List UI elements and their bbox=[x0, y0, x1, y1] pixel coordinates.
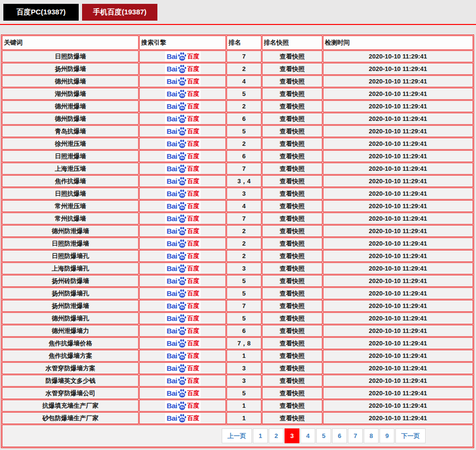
view-snapshot-link[interactable]: 查看快照 bbox=[280, 115, 305, 122]
keyword-cell: 德州抗爆墙 bbox=[2, 75, 139, 87]
view-snapshot-link[interactable]: 查看快照 bbox=[280, 377, 305, 384]
view-snapshot-link[interactable]: 查看快照 bbox=[280, 302, 305, 309]
view-snapshot-link[interactable]: 查看快照 bbox=[280, 252, 305, 260]
view-snapshot-link[interactable]: 查看快照 bbox=[280, 128, 305, 135]
baidu-paw-icon: du bbox=[178, 139, 187, 148]
rank-cell: 2 bbox=[226, 225, 262, 237]
view-snapshot-link[interactable]: 查看快照 bbox=[280, 340, 305, 347]
baidu-logo: Bai du 百度 bbox=[165, 338, 201, 348]
snapshot-cell: 查看快照 bbox=[262, 88, 322, 100]
col-header-engine: 搜索引擎 bbox=[139, 36, 226, 50]
baidu-logo-du-text: du bbox=[180, 131, 184, 134]
view-snapshot-link[interactable]: 查看快照 bbox=[280, 90, 305, 97]
baidu-logo-bai-text: Bai bbox=[167, 178, 177, 185]
table-row: 青岛抗爆墙 Bai du 百度 5 查看快照 bbox=[2, 125, 473, 137]
snapshot-cell: 查看快照 bbox=[262, 188, 322, 200]
baidu-logo-du-text: du bbox=[180, 281, 184, 284]
baidu-logo-cn-text: 百度 bbox=[187, 66, 199, 72]
prev-page-button[interactable]: 上一页 bbox=[222, 428, 252, 443]
page-button-9[interactable]: 9 bbox=[380, 428, 394, 443]
snapshot-cell: 查看快照 bbox=[262, 300, 322, 312]
view-snapshot-link[interactable]: 查看快照 bbox=[280, 265, 305, 272]
view-snapshot-link[interactable]: 查看快照 bbox=[280, 215, 305, 222]
view-snapshot-link[interactable]: 查看快照 bbox=[280, 365, 305, 372]
view-snapshot-link[interactable]: 查看快照 bbox=[280, 165, 305, 172]
page-button-3[interactable]: 3 bbox=[285, 428, 299, 443]
keyword-cell: 上海泄压墙 bbox=[2, 163, 139, 175]
next-page-button[interactable]: 下一页 bbox=[395, 428, 426, 443]
check-time-cell: 2020-10-10 11:29:41 bbox=[323, 188, 473, 200]
view-snapshot-link[interactable]: 查看快照 bbox=[280, 290, 305, 297]
rank-cell: 1 bbox=[226, 412, 262, 424]
page-button-6[interactable]: 6 bbox=[332, 428, 347, 443]
baidu-paw-icon: du bbox=[178, 326, 187, 335]
view-snapshot-link[interactable]: 查看快照 bbox=[280, 240, 305, 247]
view-snapshot-link[interactable]: 查看快照 bbox=[280, 414, 305, 422]
page-button-1[interactable]: 1 bbox=[253, 428, 268, 443]
view-snapshot-link[interactable]: 查看快照 bbox=[280, 202, 305, 210]
view-snapshot-link[interactable]: 查看快照 bbox=[280, 153, 305, 160]
baidu-logo: Bai du 百度 bbox=[165, 326, 201, 336]
baidu-logo-cn-text: 百度 bbox=[187, 353, 199, 359]
baidu-logo-du-text: du bbox=[180, 405, 184, 409]
baidu-logo: Bai du 百度 bbox=[165, 164, 201, 174]
view-snapshot-link[interactable]: 查看快照 bbox=[280, 78, 305, 85]
baidu-paw-icon: du bbox=[178, 289, 187, 298]
view-snapshot-link[interactable]: 查看快照 bbox=[280, 402, 305, 409]
table-row: 德州防爆墙 Bai du 百度 6 查看快照 bbox=[2, 113, 473, 125]
baidu-logo-cn-text: 百度 bbox=[187, 128, 199, 134]
view-snapshot-link[interactable]: 查看快照 bbox=[280, 65, 305, 72]
view-snapshot-link[interactable]: 查看快照 bbox=[280, 178, 305, 185]
baidu-logo-cn-text: 百度 bbox=[187, 253, 199, 259]
keyword-rank-table: 关键词 搜索引擎 排名 排名快照 检测时间 日照防爆墙 Bai bbox=[1, 35, 474, 448]
view-snapshot-link[interactable]: 查看快照 bbox=[280, 327, 305, 334]
table-row: 焦作抗爆墙方案 Bai du 百度 1 查看快照 bbox=[2, 350, 473, 362]
view-snapshot-link[interactable]: 查看快照 bbox=[280, 315, 305, 322]
pagination-row: 上一页 123456789 下一页 bbox=[2, 425, 473, 447]
baidu-logo-du-text: du bbox=[180, 331, 184, 334]
engine-cell: Bai du 百度 bbox=[139, 350, 226, 362]
baidu-paw-icon: du bbox=[178, 226, 187, 236]
view-snapshot-link[interactable]: 查看快照 bbox=[280, 190, 305, 197]
page-button-2[interactable]: 2 bbox=[269, 428, 284, 443]
baidu-logo-cn-text: 百度 bbox=[187, 315, 199, 321]
baidu-logo: Bai du 百度 bbox=[165, 363, 201, 373]
engine-cell: Bai du 百度 bbox=[139, 237, 226, 249]
table-row: 德州防爆墙孔 Bai du 百度 5 查看快照 bbox=[2, 312, 473, 324]
baidu-logo-du-text: du bbox=[180, 268, 184, 272]
view-snapshot-link[interactable]: 查看快照 bbox=[280, 352, 305, 359]
engine-cell: Bai du 百度 bbox=[139, 225, 226, 237]
baidu-logo: Bai du 百度 bbox=[165, 288, 201, 298]
baidu-logo-bai-text: Bai bbox=[167, 365, 177, 372]
view-snapshot-link[interactable]: 查看快照 bbox=[280, 277, 305, 284]
tab-baidu-pc[interactable]: 百度PC(19387) bbox=[3, 4, 79, 21]
baidu-logo: Bai du 百度 bbox=[165, 151, 201, 161]
check-time-cell: 2020-10-10 11:29:41 bbox=[323, 213, 473, 225]
view-snapshot-link[interactable]: 查看快照 bbox=[280, 103, 305, 110]
baidu-logo-du-text: du bbox=[180, 181, 184, 184]
view-snapshot-link[interactable]: 查看快照 bbox=[280, 140, 305, 147]
table-row: 扬州防爆墙孔 Bai du 百度 5 查看快照 bbox=[2, 287, 473, 299]
snapshot-cell: 查看快照 bbox=[262, 362, 322, 374]
tab-baidu-mobile[interactable]: 手机百度(19387) bbox=[82, 4, 157, 21]
page-button-5[interactable]: 5 bbox=[316, 428, 331, 443]
baidu-logo: Bai du 百度 bbox=[165, 51, 201, 61]
page-button-8[interactable]: 8 bbox=[364, 428, 379, 443]
keyword-cell: 防爆墙英文多少钱 bbox=[2, 375, 139, 387]
rank-cell: 6 bbox=[226, 113, 262, 125]
view-snapshot-link[interactable]: 查看快照 bbox=[280, 227, 305, 235]
check-time-cell: 2020-10-10 11:29:41 bbox=[323, 50, 473, 62]
rank-cell: 1 bbox=[226, 400, 262, 412]
baidu-paw-icon: du bbox=[178, 177, 187, 186]
table-row: 扬州防爆墙 Bai du 百度 2 查看快照 bbox=[2, 63, 473, 75]
page-button-7[interactable]: 7 bbox=[348, 428, 363, 443]
col-header-keyword: 关键词 bbox=[2, 36, 139, 50]
engine-cell: Bai du 百度 bbox=[139, 63, 226, 75]
view-snapshot-link[interactable]: 查看快照 bbox=[280, 53, 305, 60]
table-row: 日照泄爆墙 Bai du 百度 6 查看快照 bbox=[2, 150, 473, 162]
page-button-4[interactable]: 4 bbox=[300, 428, 315, 443]
baidu-logo-du-text: du bbox=[180, 231, 184, 234]
view-snapshot-link[interactable]: 查看快照 bbox=[280, 390, 305, 397]
baidu-paw-icon: du bbox=[178, 152, 187, 161]
baidu-paw-icon: du bbox=[178, 64, 187, 73]
